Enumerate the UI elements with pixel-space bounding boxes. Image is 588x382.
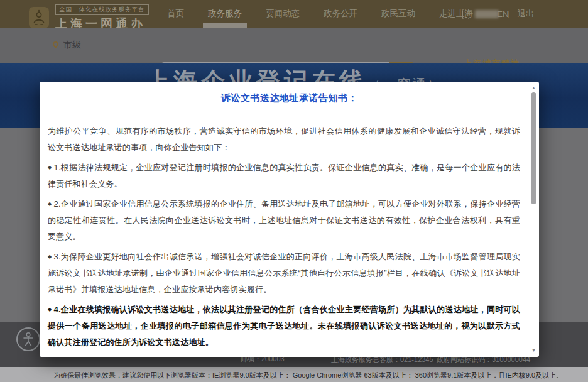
nav-item-government-services[interactable]: 政务服务: [205, 0, 244, 28]
modal-paragraph-3: ◆3.为保障企业更好地向社会作出诚信承诺，增强社会对诚信企业的正向评价，上海市高…: [48, 249, 520, 298]
scroll-down-icon[interactable]: ▼: [530, 347, 538, 354]
nav-item-open-government[interactable]: 政务公开: [321, 0, 360, 28]
logo-mascot-icon: [29, 7, 49, 28]
main-nav: 首页 政务服务 要闻动态 政务公开 政民互动 走进上海 EN: [165, 0, 511, 28]
modal-paragraph-4: ◆4.企业在线填报确认诉讼文书送达地址，依法以其注册登记的住所（含合伙企业主要经…: [48, 302, 520, 351]
bullet-icon: ◆: [48, 254, 52, 259]
paragraph-text: 4.企业在线填报确认诉讼文书送达地址，依法以其注册登记的住所（含合伙企业主要经营…: [48, 305, 520, 347]
notice-modal: 诉讼文书送达地址承诺告知书： 为维护公平竞争、规范有序的市场秩序，营造诚实守信的…: [40, 82, 539, 357]
scroll-up-icon[interactable]: ▲: [530, 85, 538, 91]
platform-badge: 全国一体化在线政务服务平台: [55, 4, 149, 15]
nav-item-home[interactable]: 首页: [165, 0, 187, 28]
bullet-icon: ◆: [48, 307, 52, 312]
modal-paragraph-1: ◆1.根据法律法规规定，企业应对登记注册时填报的企业信息的真实性负责。保证企业信…: [48, 160, 520, 192]
paragraph-text: 为维护公平竞争、规范有序的市场秩序，营造诚实守信的市场环境，促进社会信用体系的健…: [48, 126, 520, 152]
browser-notice-strip: 为确保最佳浏览效果，建议您使用以下浏览器版本：IE浏览器9.0版本及以上； Go…: [0, 367, 588, 382]
page: 全国一体化在线政务服务平台 上海一网通办 首页 政务服务 要闻动态 政务公开 政…: [0, 0, 588, 382]
accessibility-button[interactable]: [16, 327, 40, 351]
search-bar-row: 市级 上海城市精神 海纳百川 · 追求卓越 · 开明睿智 · 大气谦和: [0, 28, 588, 63]
region-label: 市级: [63, 40, 81, 51]
paragraph-text: 2.企业通过国家企业信用信息公示系统填报的企业住所、备用送达地址及电子邮箱地址，…: [48, 199, 520, 241]
bullet-icon: ◆: [48, 165, 52, 170]
top-header-bar: 全国一体化在线政务服务平台 上海一网通办 首页 政务服务 要闻动态 政务公开 政…: [0, 0, 588, 28]
username-redacted[interactable]: [475, 10, 499, 18]
nav-item-news[interactable]: 要闻动态: [263, 0, 302, 28]
logout-button[interactable]: 退出: [518, 8, 534, 19]
paragraph-text: 3.为保障企业更好地向社会作出诚信承诺，增强社会对诚信企业的正向评价，上海市高级…: [48, 252, 520, 294]
region-selector[interactable]: 市级: [53, 28, 81, 63]
accessibility-person-icon: [22, 332, 35, 347]
modal-paragraph-5: ◆5.企业应当确保在线填报确认或以默示方式确认的诉讼文书送达地址真实、准确，能够…: [48, 354, 520, 357]
header-user-area: ｜ 退出: [462, 0, 534, 28]
paragraph-text: 1.根据法律法规规定，企业应对登记注册时填报的企业信息的真实性负责。保证企业信息…: [48, 163, 520, 188]
modal-paragraph-2: ◆2.企业通过国家企业信用信息公示系统填报的企业住所、备用送达地址及电子邮箱地址…: [48, 196, 520, 245]
modal-title: 诉讼文书送达地址承诺告知书：: [40, 92, 539, 104]
nav-item-interaction[interactable]: 政民互动: [379, 0, 418, 28]
modal-scrollbar[interactable]: ▲ ▼: [530, 84, 538, 355]
bullet-icon: ◆: [48, 201, 52, 207]
modal-paragraph-intro: 为维护公平竞争、规范有序的市场秩序，营造诚实守信的市场环境，促进社会信用体系的健…: [48, 123, 520, 156]
browser-notice-text: 为确保最佳浏览效果，建议您使用以下浏览器版本：IE浏览器9.0版本及以上； Go…: [53, 371, 563, 380]
mobile-phone-icon[interactable]: [462, 9, 469, 19]
scrollbar-thumb[interactable]: [531, 92, 536, 204]
modal-content: 为维护公平竞争、规范有序的市场秩序，营造诚实守信的市场环境，促进社会信用体系的健…: [40, 123, 539, 357]
location-pin-icon: [52, 40, 60, 48]
header-divider: ｜: [504, 9, 512, 19]
